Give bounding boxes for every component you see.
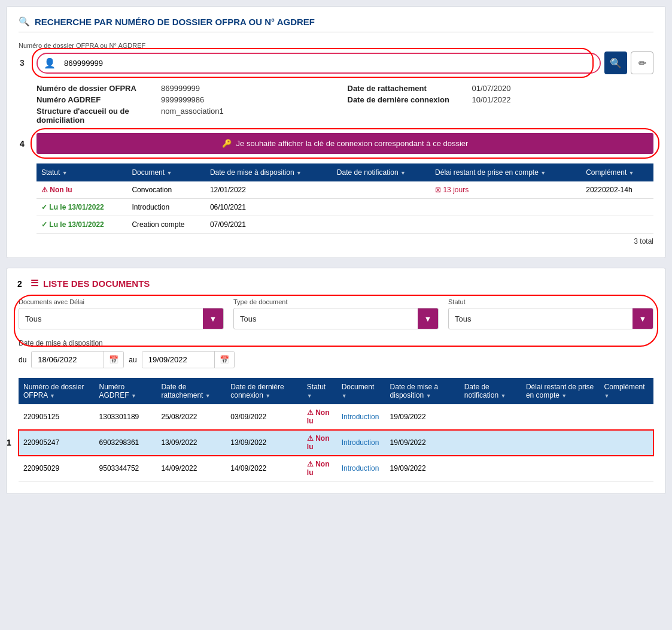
col-statut2[interactable]: Statut ▼ — [302, 378, 337, 404]
connexion-key-button[interactable]: 🔑 Je souhaite afficher la clé de connexi… — [37, 133, 653, 154]
cell-num-agdref: 9503344752 — [95, 456, 157, 481]
cell-num-agdref: 1303301189 — [95, 404, 157, 430]
cell-date-notif — [332, 181, 430, 199]
cell-date-dispo: 07/09/2021 — [205, 216, 332, 234]
search-input[interactable] — [62, 54, 600, 72]
edit-button[interactable]: ✏ — [631, 52, 653, 74]
col-derniere-connexion[interactable]: Date de dernière connexion ▼ — [226, 378, 302, 404]
filter-type-dropdown[interactable]: ▼ — [418, 308, 438, 329]
calendar-au-icon[interactable]: 📅 — [214, 352, 234, 368]
date-du-input[interactable] — [32, 352, 104, 368]
date-du-wrapper: 📅 — [31, 351, 124, 368]
documents-card: 2 ☰ LISTE DES DOCUMENTS Documents avec D… — [6, 268, 666, 494]
cell-statut: ✓ Lu le 13/01/2022 — [37, 216, 127, 234]
derniere-connexion-label: Date de dernière connexion — [348, 95, 467, 104]
col-num-agdref[interactable]: Numéro AGDREF ▼ — [95, 378, 157, 404]
cell-complement — [581, 199, 653, 216]
cell-date-notif — [332, 199, 430, 216]
cell-statut: ⚠ Non lu — [302, 430, 337, 456]
filter-statut-dropdown[interactable]: ▼ — [633, 308, 653, 329]
filter-delai-value: Tous — [19, 310, 203, 328]
col-complement: Complément ▼ — [581, 163, 653, 181]
cell-date-connexion: 14/09/2022 — [226, 456, 302, 481]
cell-num-dossier: 220905125 — [19, 404, 95, 430]
info-grid: Numéro de dossier OFPRA 869999999 Date d… — [37, 84, 653, 125]
col-date-dispo: Date de mise à disposition ▼ — [205, 163, 332, 181]
search-button[interactable]: 🔍 — [604, 52, 627, 74]
filters-row: Documents avec Délai Tous ▼ Type de docu… — [19, 298, 653, 329]
cell-delai — [430, 199, 581, 216]
cell-delai — [430, 216, 581, 234]
search-section-title: 🔍 RECHERCHE PAR NUMÉRO DE DOSSIER OFPRA … — [19, 16, 653, 32]
list-icon: ☰ — [31, 278, 38, 289]
filter-statut-value: Tous — [449, 310, 633, 328]
filter-statut-group: Statut Tous ▼ — [448, 298, 653, 329]
col-delai2[interactable]: Délai restant de prise en compte ▼ — [521, 378, 600, 404]
cell-delai — [521, 404, 600, 430]
search-title-text: RECHERCHE PAR NUMÉRO DE DOSSIER OFPRA OU… — [35, 17, 315, 27]
derniere-connexion-value: 10/01/2022 — [472, 95, 654, 104]
filter-type-value: Tous — [234, 310, 418, 328]
cell-date-notif — [332, 216, 430, 234]
agdref-label: Numéro AGDREF — [37, 95, 156, 104]
date-au-label: au — [129, 356, 136, 364]
filter-type-group: Type de document Tous ▼ — [233, 298, 439, 329]
cell-date-notif — [460, 404, 521, 430]
table-row: ✓ Lu le 13/01/2022 Introduction 06/10/20… — [37, 199, 653, 216]
filter-type-wrapper: Tous ▼ — [233, 308, 439, 329]
cell-num-dossier: 220905029 — [19, 456, 95, 481]
cell-statut: ⚠ Non lu — [302, 456, 337, 481]
cell-date-dispo: 19/09/2022 — [385, 456, 460, 481]
date-au-wrapper: 📅 — [142, 351, 235, 368]
structure-label: Structure d'accueil ou de domiciliation — [37, 107, 156, 125]
cell-date-connexion: 13/09/2022 — [226, 430, 302, 456]
search-field-label: Numéro de dossier OFPRA ou N° AGDREF — [19, 42, 653, 49]
filter-delai-dropdown[interactable]: ▼ — [203, 308, 223, 329]
col-rattachement[interactable]: Date de rattachement ▼ — [156, 378, 226, 404]
col-statut: Statut ▼ — [37, 163, 127, 181]
col-document: Document ▼ — [127, 163, 205, 181]
col-date-dispo2[interactable]: Date de mise à disposition ▼ — [385, 378, 460, 404]
col-complement2[interactable]: Complément ▼ — [600, 378, 653, 404]
col-date-notif: Date de notification ▼ — [332, 163, 430, 181]
cell-delai — [521, 456, 600, 481]
cell-statut: ⚠ Non lu — [302, 404, 337, 430]
structure-value: nom_association1 — [161, 107, 343, 125]
cell-date-notif — [460, 430, 521, 456]
col-date-notif2[interactable]: Date de notification ▼ — [460, 378, 521, 404]
filter-statut-label: Statut — [448, 298, 653, 305]
date-inputs: du 📅 au 📅 — [19, 351, 653, 368]
date-du-label: du — [19, 356, 26, 364]
col-document2[interactable]: Document ▼ — [337, 378, 385, 404]
agdref-value: 9999999986 — [161, 95, 343, 104]
cell-document: Introduction — [337, 430, 385, 456]
date-au-input[interactable] — [142, 352, 214, 368]
cell-date-rattachement: 13/09/2022 — [156, 430, 226, 456]
date-label: Date de mise à disposition — [19, 339, 653, 347]
documents-table: Statut ▼ Document ▼ Date de mise à dispo… — [37, 163, 653, 234]
table-total: 3 total — [37, 234, 653, 246]
filter-statut-wrapper: Tous ▼ — [448, 308, 653, 329]
filter-delai-group: Documents avec Délai Tous ▼ — [19, 298, 224, 329]
search-card: 🔍 RECHERCHE PAR NUMÉRO DE DOSSIER OFPRA … — [6, 6, 666, 258]
cell-date-dispo: 19/09/2022 — [385, 430, 460, 456]
col-delai: Délai restant de prise en compte ▼ — [430, 163, 581, 181]
cell-statut: ✓ Lu le 13/01/2022 — [37, 199, 127, 216]
cell-date-dispo: 06/10/2021 — [205, 199, 332, 216]
dossier-label: Numéro de dossier OFPRA — [37, 84, 156, 93]
cell-document: Introduction — [127, 199, 205, 216]
cell-date-notif — [460, 456, 521, 481]
col-num-dossier[interactable]: Numéro de dossier OFPRA ▼ — [19, 378, 95, 404]
cell-document: Introduction — [337, 404, 385, 430]
cell-complement: 20220202-14h — [581, 181, 653, 199]
documents-section-title: ☰ LISTE DES DOCUMENTS — [31, 278, 653, 289]
table-row: 220905029 9503344752 14/09/2022 14/09/20… — [19, 456, 653, 481]
table-row: 1220905247 6903298361 13/09/2022 13/09/2… — [19, 430, 653, 456]
search-title-icon: 🔍 — [19, 16, 30, 27]
cell-date-dispo: 12/01/2022 — [205, 181, 332, 199]
table-row: ✓ Lu le 13/01/2022 Creation compte 07/09… — [37, 216, 653, 234]
cell-date-connexion: 03/09/2022 — [226, 404, 302, 430]
cell-complement — [600, 430, 653, 456]
cell-date-rattachement: 25/08/2022 — [156, 404, 226, 430]
calendar-du-icon[interactable]: 📅 — [104, 352, 123, 368]
